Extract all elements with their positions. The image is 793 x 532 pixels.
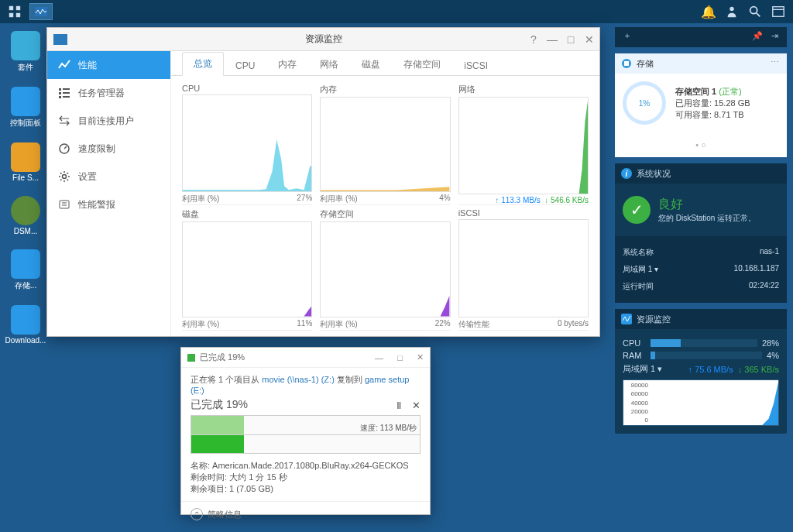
cancel-button[interactable]: ✕ xyxy=(412,400,421,411)
tab-memory[interactable]: 内存 xyxy=(266,53,308,76)
sidebar-label: 设置 xyxy=(78,170,97,184)
notification-icon[interactable]: 🔔 xyxy=(700,3,717,20)
search-icon[interactable] xyxy=(747,3,764,20)
sidebar-label: 任务管理器 xyxy=(78,87,125,100)
chart-foot-left: 利用率 (%) xyxy=(320,319,357,330)
sidebar-item-settings[interactable]: 设置 xyxy=(47,163,170,190)
status-text: 良好 xyxy=(658,197,756,213)
chart-volume[interactable]: 存储空间 利用率 (%)22% xyxy=(320,208,450,330)
tab-disk[interactable]: 磁盘 xyxy=(350,53,392,76)
sys-info: 系统名称nas-1 局域网 1 ▾10.168.1.187 运行时间02:24:… xyxy=(615,236,787,303)
svg-point-5 xyxy=(729,7,733,11)
tab-iscsi[interactable]: iSCSI xyxy=(452,55,499,76)
sidebar: 性能 任务管理器 目前连接用户 速度限制 设置 性能警报 xyxy=(47,51,171,336)
maximize-icon[interactable]: □ xyxy=(565,34,576,45)
svg-rect-19 xyxy=(60,201,69,208)
ylabel: 0 xyxy=(625,417,648,424)
pin-icon[interactable]: 📌 xyxy=(751,31,764,43)
resource-monitor-window: 资源监控 ? — □ ✕ 性能 任务管理器 目前连接用户 速度限制 设置 性能警… xyxy=(46,27,600,337)
desktop-icon-filestation[interactable]: File S... xyxy=(6,142,45,182)
sidebar-label: 性能警报 xyxy=(78,198,115,211)
copy-remain-items: 剩余项目: 1 (7.05 GB) xyxy=(191,483,421,495)
chart-network[interactable]: 网络 ↑ 113.3 MB/s ↓ 546.6 KB/s xyxy=(458,84,589,205)
sidebar-item-speedlimit[interactable]: 速度限制 xyxy=(47,135,170,163)
copy-src-link[interactable]: movie (\\nas-1) (Z:) xyxy=(262,375,335,384)
desktop-icon-dsm[interactable]: DSM... xyxy=(6,196,45,235)
sidebar-item-performance[interactable]: 性能 xyxy=(47,51,170,79)
widget-title: 系统状况 xyxy=(637,168,671,180)
widget-title: 资源监控 xyxy=(637,314,671,325)
monitor-icon xyxy=(621,314,632,324)
pause-button[interactable]: Ⅱ xyxy=(396,400,401,411)
desktop-icon-control[interactable]: 控制面板 xyxy=(6,87,45,129)
copy-dialog: 已完成 19% — □ ✕ 正在将 1 个项目从 movie (\\nas-1)… xyxy=(180,347,431,515)
icon-label: 套件 xyxy=(18,62,33,73)
storage-icon xyxy=(621,58,632,69)
close-icon[interactable]: ✕ xyxy=(417,352,424,362)
widgets-icon[interactable] xyxy=(770,3,787,20)
svg-rect-12 xyxy=(59,92,61,94)
add-widget-button[interactable]: + xyxy=(621,31,633,43)
svg-rect-0 xyxy=(9,6,13,10)
minimize-icon[interactable]: — xyxy=(375,353,383,362)
resource-widget: 资源监控 CPU28% RAM4% 局域网 1 ▾↑ 75.6 MB/s ↓ 3… xyxy=(615,309,787,434)
chart-title: iSCSI xyxy=(458,208,589,218)
icon-label: 控制面板 xyxy=(10,118,41,129)
svg-rect-3 xyxy=(16,13,20,17)
desktop-icon-package[interactable]: 套件 xyxy=(6,31,45,73)
tab-volume[interactable]: 存储空间 xyxy=(392,53,452,76)
pager-dots[interactable]: • ○ xyxy=(623,140,779,149)
svg-text:i: i xyxy=(626,170,628,178)
net-up: 75.6 MB/s xyxy=(695,365,733,374)
volume-name: 存储空间 1 xyxy=(675,87,716,96)
copy-titlebar[interactable]: 已完成 19% — □ ✕ xyxy=(181,348,430,368)
kv-key[interactable]: 局域网 1 ▾ xyxy=(623,264,658,275)
ylabel: 80000 xyxy=(625,382,648,389)
tab-cpu[interactable]: CPU xyxy=(224,55,266,76)
sidebar-item-taskmgr[interactable]: 任务管理器 xyxy=(47,79,170,107)
kv-val: 02:24:22 xyxy=(749,281,779,292)
copy-progress-bars: 速度: 113 MB/秒 xyxy=(191,415,421,454)
icon-label: DSM... xyxy=(14,227,38,235)
net-down: ↓ 546.6 KB/s xyxy=(544,196,589,204)
net-label[interactable]: 局域网 1 ▾ xyxy=(623,363,662,375)
copy-brief-toggle[interactable]: ⌃ 简略信息 xyxy=(181,501,430,527)
user-icon[interactable] xyxy=(723,3,740,20)
chart-memory[interactable]: 内存 利用率 (%)4% xyxy=(320,84,450,205)
sidebar-item-alerts[interactable]: 性能警报 xyxy=(47,190,170,218)
tab-overview[interactable]: 总览 xyxy=(182,52,224,76)
chart-foot-right: 11% xyxy=(297,319,312,330)
chart-foot-right: 22% xyxy=(435,319,451,330)
help-icon[interactable]: ? xyxy=(528,34,539,45)
desktop-icon-storage[interactable]: 存储... xyxy=(6,249,45,291)
cpu-pct: 28% xyxy=(762,338,779,348)
maximize-icon[interactable]: □ xyxy=(397,353,403,362)
svg-rect-8 xyxy=(773,7,784,17)
collapse-icon[interactable]: ⇥ xyxy=(768,31,781,43)
chart-cpu[interactable]: CPU 利用率 (%)27% xyxy=(182,84,312,205)
icon-label: File S... xyxy=(12,173,39,182)
copy-remain-time: 剩余时间: 大约 1 分 15 秒 xyxy=(191,472,421,483)
volume-status: (正常) xyxy=(719,87,741,96)
minimize-icon[interactable]: — xyxy=(547,34,558,45)
taskbar: 🔔 xyxy=(0,0,793,23)
chart-foot-right: 27% xyxy=(297,194,312,204)
chart-iscsi[interactable]: iSCSI 传输性能0 bytes/s xyxy=(458,208,589,330)
main-menu-icon[interactable] xyxy=(6,3,23,20)
window-title: 资源监控 xyxy=(305,33,342,46)
svg-point-18 xyxy=(63,175,67,179)
info-icon: i xyxy=(621,168,632,179)
tab-network[interactable]: 网络 xyxy=(308,53,350,76)
chart-foot-left: 利用率 (%) xyxy=(320,194,357,204)
desktop-icon-download[interactable]: Download... xyxy=(6,305,45,345)
sidebar-item-users[interactable]: 目前连接用户 xyxy=(47,107,170,135)
close-icon[interactable]: ✕ xyxy=(584,34,595,45)
svg-rect-14 xyxy=(59,96,61,98)
chart-disk[interactable]: 磁盘 利用率 (%)11% xyxy=(182,208,312,330)
chart-title: 存储空间 xyxy=(320,208,450,220)
storage-widget: 存储 ⋯ 存储空间 1 (正常) 已用容量: 15.28 GB 可用容量: 8.… xyxy=(615,53,787,157)
taskbar-app-resource-monitor[interactable] xyxy=(29,3,53,20)
window-titlebar[interactable]: 资源监控 ? — □ ✕ xyxy=(47,28,599,51)
kv-val: 10.168.1.187 xyxy=(734,264,779,275)
chevron-down-icon[interactable]: ⋯ xyxy=(768,57,781,70)
